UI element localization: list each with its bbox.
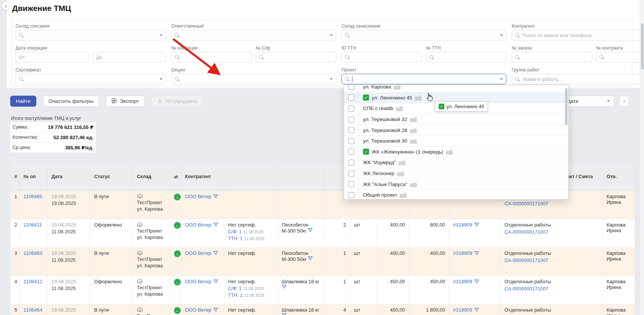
n-zakaza-input[interactable]: [522, 54, 589, 60]
clear-filters-button[interactable]: Очистить фильтры: [43, 96, 99, 107]
order-link[interactable]: #318909: [453, 307, 472, 313]
project-option[interactable]: ул. Карпова: [344, 85, 568, 93]
kontragent-input[interactable]: [522, 33, 644, 38]
ttn-link[interactable]: ТТН: 1: [228, 293, 242, 298]
date-to-input[interactable]: [96, 54, 163, 60]
checkbox[interactable]: [348, 127, 354, 133]
checkbox[interactable]: [348, 192, 354, 198]
checkbox[interactable]: [348, 138, 354, 144]
operation-link[interactable]: 1106411: [23, 222, 42, 228]
counterparty-link[interactable]: ООО Ветер: [185, 279, 211, 284]
gruppa-rabot-input[interactable]: [522, 76, 644, 82]
contract-link[interactable]: СА-0000000171007: [504, 201, 548, 206]
filter-funnel-icon[interactable]: [282, 285, 287, 290]
order-link[interactable]: #318909: [453, 279, 472, 284]
col-direction[interactable]: ⇄: [170, 163, 181, 191]
opcii-select[interactable]: [171, 74, 336, 84]
project-option[interactable]: ЖК "Алые Паруса": [344, 179, 568, 190]
filter-funnel-icon[interactable]: [308, 256, 313, 262]
col-op[interactable]: № оп: [20, 163, 48, 191]
tn-sale-button[interactable]: ТН (продажа): [152, 96, 203, 107]
n-zakaza-input-box[interactable]: [512, 52, 592, 62]
counterparty-link[interactable]: ООО Ветер: [185, 307, 211, 313]
back-button[interactable]: ‹: [2, 2, 10, 10]
date-from-input[interactable]: [19, 54, 85, 60]
filter-funnel-icon[interactable]: [213, 194, 218, 200]
data-operacii-ot[interactable]: [16, 52, 89, 62]
operation-link[interactable]: 1106412: [23, 279, 42, 284]
n-sf-input-box[interactable]: [256, 52, 336, 62]
page-scrollbar[interactable]: [640, 0, 644, 315]
otvetstvennyi-select[interactable]: [171, 30, 336, 40]
counterparty-link[interactable]: ООО Ветер: [185, 250, 211, 256]
filter-funnel-icon[interactable]: [213, 222, 218, 228]
gruppa-rabot-search[interactable]: [512, 74, 644, 84]
n-operacii-input-box[interactable]: [171, 52, 252, 62]
col-resp[interactable]: Отв.: [603, 163, 635, 191]
checkbox[interactable]: [348, 95, 354, 101]
contract-link[interactable]: СА-0000000171007: [504, 258, 548, 263]
col-warehouse[interactable]: Склад: [133, 163, 170, 191]
col-nomenclature[interactable]: [278, 163, 324, 191]
counterparty-link[interactable]: ООО Ветер: [185, 222, 211, 228]
sf-link[interactable]: С/Ф: 1: [228, 286, 242, 291]
page-scrollbar-thumb[interactable]: [641, 23, 644, 70]
n-kontrakta-input[interactable]: [607, 54, 644, 60]
data-operacii-do[interactable]: [93, 52, 166, 62]
col-date[interactable]: Дата: [48, 163, 90, 191]
n-operacii-input[interactable]: [182, 54, 248, 60]
filter-funnel-icon[interactable]: [474, 279, 479, 285]
project-option[interactable]: ЖК Легионер: [344, 168, 568, 179]
project-option[interactable]: ул. Терешковой 32: [344, 114, 568, 125]
checkbox[interactable]: [348, 85, 354, 90]
project-option[interactable]: ✓ ЖК «Жемчужина» (1 очередь): [344, 147, 568, 158]
find-button[interactable]: Найти: [10, 96, 36, 107]
project-option[interactable]: ЖК "Изумруд": [344, 157, 568, 168]
operation-link[interactable]: 1106463: [23, 250, 42, 256]
project-option[interactable]: ул. Терешковой 30: [344, 136, 568, 147]
order-link[interactable]: #318909: [453, 250, 472, 256]
contract-link[interactable]: СА-0000000171007: [504, 286, 548, 292]
counterparty-link[interactable]: ООО Ветер: [185, 194, 211, 199]
filter-funnel-icon[interactable]: [474, 251, 479, 257]
filter-funnel-icon[interactable]: [474, 222, 479, 228]
n-sf-input[interactable]: [266, 54, 333, 60]
checkbox[interactable]: [348, 160, 354, 166]
sklad-zachisleniya-select[interactable]: [341, 30, 506, 40]
n-kontrakta-input-box[interactable]: [596, 52, 644, 62]
checkbox[interactable]: [348, 171, 354, 177]
sertifikat-select[interactable]: [16, 74, 166, 84]
col-certificate[interactable]: [224, 163, 278, 191]
operation-link[interactable]: 1106464: [23, 307, 42, 313]
filter-funnel-icon[interactable]: [474, 307, 479, 313]
col-status[interactable]: Статус: [90, 163, 133, 191]
order-link[interactable]: #318909: [453, 222, 472, 228]
checkbox[interactable]: [348, 116, 354, 123]
project-option[interactable]: ул. Терешковой 28: [344, 125, 568, 136]
ttn-link[interactable]: ТТН: 1: [228, 236, 242, 241]
checkbox[interactable]: [348, 106, 354, 112]
dropdown-scrollbar-thumb[interactable]: [565, 88, 568, 125]
filter-funnel-icon[interactable]: [213, 279, 218, 285]
filter-funnel-icon[interactable]: [213, 307, 218, 313]
checkbox[interactable]: [348, 181, 354, 187]
id-ttn-input[interactable]: [352, 54, 419, 60]
n-ttn-input[interactable]: [436, 54, 503, 60]
project-option[interactable]: Общий проект: [344, 190, 568, 200]
operation-link[interactable]: 1106465: [23, 194, 42, 199]
n-ttn-input-box[interactable]: [426, 52, 506, 62]
export-button[interactable]: Экспорт: [106, 96, 145, 107]
sort-direction-button[interactable]: ↑: [619, 96, 629, 107]
proekt-select[interactable]: [341, 74, 506, 84]
sf-link[interactable]: С/Ф: 1: [228, 229, 242, 234]
filter-funnel-icon[interactable]: [282, 313, 287, 315]
col-counterparty[interactable]: Контрагент: [181, 163, 224, 191]
sklad-spisaniya-select[interactable]: [16, 30, 166, 40]
checkbox[interactable]: [348, 149, 354, 155]
filter-funnel-icon[interactable]: [308, 228, 313, 234]
col-num[interactable]: #: [11, 163, 20, 191]
filter-funnel-icon[interactable]: [213, 251, 218, 257]
id-ttn-input-box[interactable]: [341, 52, 422, 62]
kontragent-search[interactable]: [512, 30, 644, 40]
contract-link[interactable]: СА-0000000171007: [504, 229, 548, 235]
